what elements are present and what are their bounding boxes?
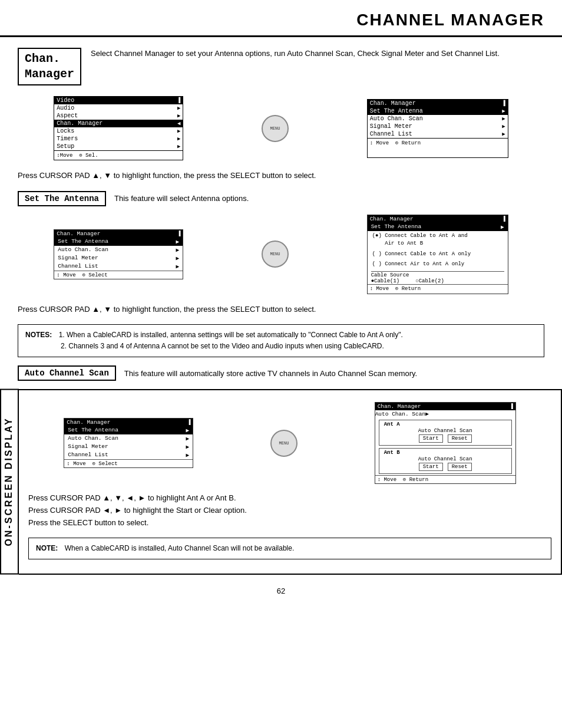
acs-right-screen: Chan. Manager ▐ Auto Chan. Scan▶ Ant A A… xyxy=(375,402,516,484)
sa-left-title: Chan. Manager ▐ xyxy=(54,230,183,238)
intro-text: Select Channel Manager to set your Anten… xyxy=(91,48,544,60)
notes-box: NOTES: 1. When a CableCARD is installed,… xyxy=(18,324,544,357)
acs-ant-b-reset[interactable]: Reset xyxy=(448,463,472,471)
acs-ant-a-btns: Start Reset xyxy=(383,434,508,443)
osd-sidebar-label: ON-SCREEN DISPLAY xyxy=(0,389,19,575)
menu-item-timers: Timers▶ xyxy=(54,135,183,143)
sa-left-set-antenna: Set The Antenna▶ xyxy=(54,238,183,246)
acs-ant-a-sub: Auto Channel Scan xyxy=(383,427,508,434)
menu-button-3: MENU xyxy=(270,430,297,457)
cm-item-channel-list: Channel List▶ xyxy=(368,130,508,138)
intro-section: Chan. Manager Select Channel Manager to … xyxy=(18,48,544,85)
acs-right-status: ↕ Move ⊙ Return xyxy=(375,475,515,483)
acs-left-signal: Signal Meter▶ xyxy=(64,443,193,451)
sa-left-signal: Signal Meter▶ xyxy=(54,254,183,262)
chan-manager-status: ↕ Move ⊙ Return xyxy=(368,138,508,147)
acs-ant-b-label: Ant B xyxy=(383,450,401,456)
sa-right-screen: Chan. Manager ▐ Set The Antenna▶ (●) Con… xyxy=(367,215,508,294)
acs-ant-a-start[interactable]: Start xyxy=(419,434,443,443)
acs-screens-row: Chan. Manager ▐ Set The Antenna▶ Auto Ch… xyxy=(28,402,551,484)
osd-content: Chan. Manager ▐ Set The Antenna▶ Auto Ch… xyxy=(19,389,562,575)
main-menu-screen: Video ▐ Audio▶ Aspect▶ Chan. Manager◀ Lo… xyxy=(54,96,183,160)
menu-item-setup: Setup▶ xyxy=(54,143,183,150)
acs-instruction-3: Press the SELECT button to select. xyxy=(28,517,551,529)
menu-item-audio: Audio▶ xyxy=(54,104,183,112)
acs-right-title: Chan. Manager ▐ xyxy=(375,403,515,410)
acs-ant-b-btns: Start Reset xyxy=(383,463,508,471)
osd-container: ON-SCREEN DISPLAY Chan. Manager ▐ Set Th… xyxy=(0,389,562,575)
arrow-container-3: MENU xyxy=(270,430,297,457)
sa-left-auto-scan: Auto Chan. Scan▶ xyxy=(54,246,183,254)
acs-ant-a-reset[interactable]: Reset xyxy=(448,434,472,443)
sa-option2: ( ) Connect Cable to Ant A only xyxy=(368,249,508,260)
acs-ant-b-start[interactable]: Start xyxy=(419,463,443,471)
set-antenna-row: Set The Antenna This feature will select… xyxy=(18,191,544,206)
auto-channel-scan-desc: This feature will automatically store ac… xyxy=(124,369,544,378)
main-content: Chan. Manager Select Channel Manager to … xyxy=(0,48,562,381)
acs-right-auto-scan-item: Auto Chan. Scan▶ xyxy=(375,410,515,417)
notes-line1: 1. When a CableCARD is installed, antenn… xyxy=(59,331,403,339)
acs-left-title: Chan. Manager ▐ xyxy=(64,419,193,426)
page-title: CHANNEL MANAGER xyxy=(18,11,544,29)
arrow-container-2: MENU xyxy=(262,241,289,268)
instruction-text-2: Press CURSOR PAD ▲, ▼ to highlight funct… xyxy=(18,304,544,315)
main-menu-screens-row: Video ▐ Audio▶ Aspect▶ Chan. Manager◀ Lo… xyxy=(18,96,544,160)
chan-manager-badge: Chan. Manager xyxy=(18,48,81,85)
auto-channel-scan-row: Auto Channel Scan This feature will auto… xyxy=(18,365,544,381)
menu-button-2: MENU xyxy=(262,241,289,268)
acs-ant-b-sub: Auto Channel Scan xyxy=(383,456,508,463)
acs-ant-a-label: Ant A xyxy=(383,421,401,427)
notes-label: NOTES: xyxy=(25,331,52,339)
set-antenna-desc: This feature will select Antenna options… xyxy=(114,194,544,203)
main-menu-title: Video ▐ xyxy=(54,97,183,104)
chan-manager-title: Chan. Manager ▐ xyxy=(368,100,508,107)
acs-left-set-antenna: Set The Antenna▶ xyxy=(64,426,193,434)
acs-left-channel-list: Channel List▶ xyxy=(64,451,193,459)
sa-right-set-antenna: Set The Antenna▶ xyxy=(368,223,508,231)
page-number: 62 xyxy=(0,575,562,601)
acs-ant-a-group: Ant A Auto Channel Scan Start Reset xyxy=(379,420,512,446)
instruction-text-1: Press CURSOR PAD ▲, ▼ to highlight funct… xyxy=(18,170,544,182)
sa-option1: (●) Connect Cable to Ant A and Air to An… xyxy=(368,231,508,249)
sa-right-status: ↕ Move ⊙ Return xyxy=(368,284,508,292)
menu-item-locks: Locks▶ xyxy=(54,127,183,135)
sa-left-status: ↕ Move ⊙ Select xyxy=(54,271,183,279)
sa-option3: ( ) Connect Air to Ant A only xyxy=(368,259,508,270)
main-menu-status: ↕Move ⊙ Sel. xyxy=(54,150,183,160)
menu-button-1: MENU xyxy=(262,115,289,142)
cm-item-auto-scan: Auto Chan. Scan▶ xyxy=(368,115,508,123)
page-header: CHANNEL MANAGER xyxy=(0,0,562,37)
note2-box: NOTE: When a CableCARD is installed, Aut… xyxy=(28,538,551,559)
set-antenna-screens-row: Chan. Manager ▐ Set The Antenna▶ Auto Ch… xyxy=(18,215,544,294)
menu-item-aspect: Aspect▶ xyxy=(54,112,183,120)
acs-instructions: Press CURSOR PAD ▲, ▼, ◄, ► to highlight… xyxy=(28,492,551,529)
notes-indent: 2. Channels 3 and 4 of Antenna A cannot … xyxy=(61,342,384,350)
chan-manager-screen: Chan. Manager ▐ Set The Antenna▶ Auto Ch… xyxy=(367,99,508,158)
set-antenna-label: Set The Antenna xyxy=(18,191,106,206)
menu-item-chan-manager: Chan. Manager◀ xyxy=(54,120,183,127)
acs-left-screen: Chan. Manager ▐ Set The Antenna▶ Auto Ch… xyxy=(64,418,193,468)
sa-left-screen: Chan. Manager ▐ Set The Antenna▶ Auto Ch… xyxy=(54,229,183,279)
note2-label: NOTE: xyxy=(36,544,58,552)
arrow-container-1: MENU xyxy=(262,115,289,142)
cm-item-set-antenna: Set The Antenna▶ xyxy=(368,107,508,115)
sa-left-channel-list: Channel List▶ xyxy=(54,262,183,271)
auto-channel-scan-label: Auto Channel Scan xyxy=(18,365,116,381)
acs-left-status: ↕ Move ⊙ Select xyxy=(64,459,193,467)
acs-instruction-1: Press CURSOR PAD ▲, ▼, ◄, ► to highlight… xyxy=(28,492,551,505)
note2-text: When a CableCARD is installed, Auto Chan… xyxy=(65,544,295,552)
acs-left-auto-scan: Auto Chan. Scan▶ xyxy=(64,434,193,443)
cm-item-signal: Signal Meter▶ xyxy=(368,123,508,130)
sa-right-title: Chan. Manager ▐ xyxy=(368,215,508,223)
cable-source-section: Cable Source ●Cable(1) ○Cable(2) xyxy=(371,271,504,284)
acs-ant-b-group: Ant B Auto Channel Scan Start Reset xyxy=(379,448,512,474)
acs-instruction-2: Press CURSOR PAD ◄, ► to highlight the S… xyxy=(28,505,551,517)
